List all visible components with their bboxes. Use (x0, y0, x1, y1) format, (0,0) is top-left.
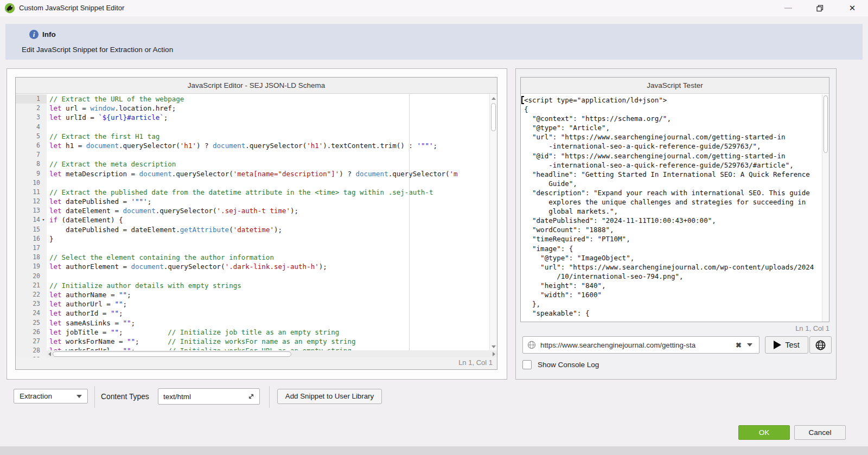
line-number[interactable]: 23 (16, 299, 47, 309)
line-number[interactable]: 24 (16, 309, 47, 318)
fold-marker-icon[interactable]: ▾ (41, 215, 46, 225)
code-line[interactable]: // Extract the first H1 tag (49, 132, 489, 141)
test-url-value[interactable]: https://www.searchenginejournal.com/gett… (540, 341, 732, 349)
line-number[interactable]: 5 (16, 132, 47, 141)
tester-output-line[interactable]: -international-seo-a-quick-reference-gui… (524, 142, 822, 151)
line-number[interactable]: 3 (16, 113, 47, 122)
line-number[interactable]: 9 (16, 169, 47, 178)
line-number[interactable]: 2 (16, 104, 47, 113)
code-line[interactable]: // Select the element containing the aut… (49, 253, 489, 262)
clear-url-icon[interactable]: ✖ (732, 341, 747, 349)
line-number[interactable]: 17 (16, 243, 47, 253)
line-number[interactable]: 27 (16, 337, 47, 346)
scroll-down-icon[interactable] (492, 345, 496, 348)
code-line[interactable]: let dateElement = document.querySelector… (49, 206, 489, 215)
line-number[interactable]: 4 (16, 123, 47, 132)
code-line[interactable]: let url = window.location.href; (49, 104, 489, 113)
tester-output-line[interactable]: "width": "1600" (524, 290, 822, 299)
tester-output-line[interactable]: /10/international-seo-794.png", (524, 272, 822, 281)
open-in-browser-button[interactable] (809, 336, 832, 354)
tester-output-line[interactable]: "speakable": { (524, 309, 822, 318)
code-line[interactable]: let authorUrl = ""; (49, 299, 489, 309)
tester-output-line[interactable]: -international-seo-a-quick-reference-gui… (524, 161, 822, 170)
tester-output-line[interactable]: "@type": "Article", (524, 123, 822, 132)
tester-output-line[interactable]: { (524, 105, 822, 114)
tester-output-line[interactable]: "headline": "Getting Started In Internat… (524, 170, 822, 179)
close-button[interactable]: ✕ (840, 0, 865, 16)
code-line[interactable]: let sameAsLinks = ""; (49, 318, 489, 328)
code-line[interactable]: let authorName = ""; (49, 290, 489, 299)
tester-vertical-scrollbar[interactable] (822, 94, 829, 322)
line-number[interactable]: 19 (16, 262, 47, 271)
test-url-input[interactable]: https://www.searchenginejournal.com/gett… (522, 336, 760, 354)
line-number[interactable]: 6 (16, 141, 47, 150)
line-number[interactable]: 15 (16, 225, 47, 234)
scroll-up-icon[interactable] (492, 97, 496, 100)
scroll-right-icon[interactable] (493, 352, 495, 356)
tester-output-line[interactable]: global markets.", (524, 207, 822, 216)
test-button[interactable]: Test (765, 336, 808, 354)
line-number[interactable]: 13 (16, 206, 47, 215)
tester-scroll-thumb[interactable] (824, 95, 828, 153)
line-number[interactable]: 21 (16, 281, 47, 290)
line-number[interactable]: 7 (16, 150, 47, 159)
code-line[interactable]: // Extract the meta description (49, 159, 489, 169)
tester-output-line[interactable]: "datePublished": "2024-11-11T10:00:43+00… (524, 216, 822, 225)
tester-output-line[interactable]: "description": "Expand your reach with i… (524, 188, 822, 197)
editor-body[interactable]: 1234567891011121314▾15161718192021222324… (16, 94, 497, 357)
line-number[interactable]: 25 (16, 318, 47, 328)
line-number[interactable]: 12 (16, 197, 47, 206)
tester-output[interactable]: <script type="application/ld+json">{ "@c… (521, 95, 822, 322)
code-line[interactable]: let datePublished = '""'; (49, 197, 489, 206)
tester-output-line[interactable]: "@context": "https://schema.org/", (524, 114, 822, 123)
editor-gutter[interactable]: 1234567891011121314▾15161718192021222324… (16, 94, 47, 357)
tester-output-line[interactable]: <script type="application/ld+json"> (524, 95, 822, 105)
line-number[interactable]: 16 (16, 234, 47, 243)
code-line[interactable] (49, 178, 489, 188)
url-dropdown-icon[interactable] (747, 343, 752, 347)
code-line[interactable]: let authorId = ""; (49, 309, 489, 318)
editor-horizontal-scrollbar[interactable] (47, 350, 497, 357)
code-line[interactable]: if (dateElement) { (49, 215, 489, 225)
line-number[interactable]: 26 (16, 328, 47, 337)
horizontal-scroll-thumb[interactable] (53, 351, 291, 357)
tester-body[interactable]: <script type="application/ld+json">{ "@c… (521, 94, 829, 322)
code-line[interactable]: let metaDescription = document.querySele… (49, 169, 489, 178)
minimize-button[interactable] (776, 0, 801, 16)
code-line[interactable]: datePublished = dateElement.getAttribute… (49, 225, 489, 234)
show-console-checkbox[interactable] (522, 360, 532, 369)
code-line[interactable]: let jobTitle = ""; // Initialize job tit… (49, 328, 489, 337)
snippet-mode-select[interactable]: Extraction (14, 389, 88, 403)
expand-field-icon[interactable] (247, 393, 255, 400)
code-line[interactable]: let urlId = `${url}#article`; (49, 113, 489, 122)
tester-output-line[interactable]: "@type": "ImageObject", (524, 253, 822, 262)
vertical-scroll-thumb[interactable] (491, 103, 496, 131)
line-number[interactable]: 20 (16, 272, 47, 281)
tester-output-line[interactable]: "wordCount": "1888", (524, 225, 822, 234)
tester-output-line[interactable]: "url": "https://www.searchenginejournal.… (524, 262, 822, 272)
tester-output-line[interactable]: "timeRequired": "PT10M", (524, 234, 822, 243)
line-number[interactable]: 1 (16, 94, 47, 104)
code-line[interactable]: // Extract the URL of the webpage (49, 94, 489, 104)
line-number[interactable]: 28 (16, 346, 47, 355)
editor-vertical-scrollbar[interactable] (489, 94, 497, 350)
code-line[interactable] (49, 123, 489, 132)
code-line[interactable] (49, 272, 489, 281)
code-line[interactable] (49, 243, 489, 253)
tester-output-line[interactable]: Guide", (524, 179, 822, 188)
line-number[interactable]: 14▾ (16, 215, 47, 225)
line-number[interactable]: 10 (16, 178, 47, 188)
ok-button[interactable]: OK (738, 425, 790, 440)
code-line[interactable]: let worksForName = ""; // Initialize wor… (49, 337, 489, 346)
cancel-button[interactable]: Cancel (794, 425, 846, 440)
code-line[interactable] (49, 150, 489, 159)
line-number[interactable]: 22 (16, 290, 47, 299)
code-area[interactable]: // Extract the URL of the webpagelet url… (47, 94, 489, 357)
restore-button[interactable] (807, 0, 832, 16)
code-line[interactable]: } (49, 234, 489, 243)
line-number[interactable]: 11 (16, 188, 47, 197)
line-number[interactable]: 18 (16, 253, 47, 262)
scroll-left-icon[interactable] (48, 352, 51, 356)
code-line[interactable]: let h1 = document.querySelector('h1') ? … (49, 141, 489, 150)
code-line[interactable]: // Initialize author details with empty … (49, 281, 489, 290)
